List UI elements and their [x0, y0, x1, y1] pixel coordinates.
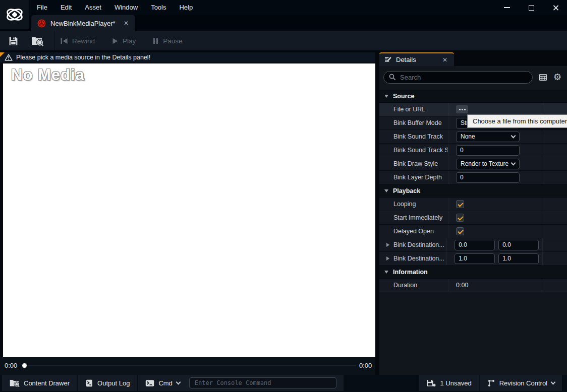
row-bink-draw-style: Bink Draw Style Render to Texture	[379, 157, 567, 171]
pause-button[interactable]: Pause	[153, 37, 182, 45]
save-button[interactable]	[0, 31, 25, 50]
section-source[interactable]: Source	[379, 90, 567, 103]
property-label: Bink Destination...	[393, 255, 444, 262]
tab-label: NewBinkMediaPlayer*	[50, 20, 122, 27]
row-start-immediately: Start Immediately	[379, 211, 567, 225]
time-total: 0:00	[359, 362, 372, 369]
menu-tools[interactable]: Tools	[144, 0, 173, 15]
revision-control-button[interactable]: Revision Control	[480, 375, 562, 391]
expander-icon[interactable]	[386, 256, 389, 260]
warning-icon	[5, 54, 13, 61]
dropdown-value: None	[461, 133, 475, 140]
property-label: Bink Buffer Mode	[379, 119, 448, 126]
rewind-button[interactable]: Rewind	[61, 37, 95, 45]
section-title: Playback	[393, 187, 420, 194]
play-label: Play	[123, 37, 136, 45]
duration-value: 0:00	[456, 282, 468, 289]
dest-upper-y-input[interactable]	[498, 240, 539, 250]
menu-window[interactable]: Window	[108, 0, 144, 15]
content-drawer-label: Content Drawer	[24, 379, 70, 387]
dest-lower-y-input[interactable]	[498, 253, 539, 264]
asset-tab-bar: NewBinkMediaPlayer* ✕	[0, 15, 567, 31]
cmd-selector[interactable]: Cmd	[158, 379, 180, 387]
rewind-label: Rewind	[72, 37, 95, 45]
dest-upper-x-input[interactable]	[455, 240, 495, 250]
browse-to-asset-button[interactable]	[25, 31, 50, 50]
row-stub	[542, 144, 567, 157]
engine-logo	[0, 0, 29, 29]
row-bink-sound-track: Bink Sound Track None	[379, 130, 567, 144]
property-label: File or URL	[379, 106, 448, 113]
content-drawer-button[interactable]: Content Drawer	[2, 375, 77, 391]
maximize-icon[interactable]	[527, 3, 536, 12]
cmd-console-group: Cmd	[138, 375, 343, 391]
row-bink-layer-depth: Bink Layer Depth	[379, 171, 567, 184]
section-information[interactable]: Information	[379, 266, 567, 279]
scrubber-handle[interactable]	[22, 363, 27, 368]
row-stub	[542, 211, 567, 224]
collapse-arrow-icon	[384, 189, 388, 192]
search-input[interactable]	[400, 74, 527, 81]
no-media-text: No Media	[11, 66, 85, 84]
playback-timeline: 0:00 0:00	[0, 357, 375, 375]
unsaved-button[interactable]: 1 Unsaved	[419, 375, 478, 391]
layer-depth-input[interactable]	[456, 172, 520, 183]
property-label: Bink Layer Depth	[379, 174, 448, 181]
sound-track-start-input[interactable]	[456, 145, 520, 156]
cmd-icon	[145, 379, 154, 387]
property-label: Looping	[379, 201, 448, 208]
pause-label: Pause	[163, 37, 182, 45]
dest-lower-x-input[interactable]	[455, 253, 495, 264]
minimize-icon[interactable]	[502, 3, 512, 12]
looping-checkbox[interactable]	[456, 200, 464, 208]
details-tab-label: Details	[396, 56, 441, 63]
expander-icon[interactable]	[386, 243, 389, 247]
draw-style-dropdown[interactable]: Render to Texture	[456, 159, 520, 169]
chevron-down-icon	[511, 133, 516, 138]
search-box[interactable]	[383, 71, 533, 84]
property-label: Bink Sound Track St...	[379, 147, 448, 154]
start-immediately-checkbox[interactable]	[456, 214, 464, 222]
property-label: Bink Destination...	[393, 241, 444, 248]
details-tab-close-icon[interactable]: ✕	[441, 56, 449, 64]
view-options-icon[interactable]	[539, 73, 547, 82]
cmd-label: Cmd	[158, 379, 172, 387]
tab-newbinkmediaplayer[interactable]: NewBinkMediaPlayer* ✕	[31, 15, 135, 31]
row-looping: Looping	[379, 198, 567, 211]
status-bar: Content Drawer Output Log	[0, 375, 567, 392]
media-warning-bar: Please pick a media source in the Detail…	[0, 52, 375, 62]
choose-file-button[interactable]	[456, 105, 468, 113]
browse-icon	[31, 35, 44, 46]
row-stub	[542, 157, 567, 170]
bink-media-player-editor-window: File Edit Asset Window Tools Help	[0, 0, 567, 392]
search-icon	[389, 74, 396, 81]
play-button[interactable]: Play	[112, 37, 136, 45]
tab-close-icon[interactable]: ✕	[122, 19, 130, 27]
gear-icon[interactable]	[553, 73, 561, 82]
row-stub	[542, 279, 567, 292]
section-title: Source	[393, 93, 414, 100]
section-playback[interactable]: Playback	[379, 184, 567, 198]
delayed-open-checkbox[interactable]	[456, 227, 464, 235]
row-stub	[542, 130, 567, 143]
property-label: Start Immediately	[379, 214, 448, 221]
row-stub	[542, 198, 567, 211]
console-command-input[interactable]	[189, 377, 336, 388]
tab-details[interactable]: Details ✕	[379, 52, 454, 66]
output-log-button[interactable]: Output Log	[78, 375, 137, 391]
menu-edit[interactable]: Edit	[54, 0, 78, 15]
row-duration: Duration 0:00	[379, 279, 567, 292]
tooltip: Choose a file from this computer	[467, 114, 567, 128]
window-controls	[502, 0, 560, 15]
menu-help[interactable]: Help	[173, 0, 199, 15]
row-delayed-open: Delayed Open	[379, 225, 567, 238]
close-icon[interactable]	[551, 3, 560, 12]
sound-track-dropdown[interactable]: None	[456, 132, 520, 142]
warning-corner-marker	[0, 52, 5, 57]
seek-track[interactable]	[28, 365, 356, 366]
row-stub	[542, 252, 567, 265]
row-bink-destination-lower: Bink Destination...	[379, 252, 567, 266]
menu-asset[interactable]: Asset	[78, 0, 108, 15]
details-body: Source File or URL Bink Buffer Mode	[379, 66, 567, 375]
menu-file[interactable]: File	[30, 0, 54, 15]
